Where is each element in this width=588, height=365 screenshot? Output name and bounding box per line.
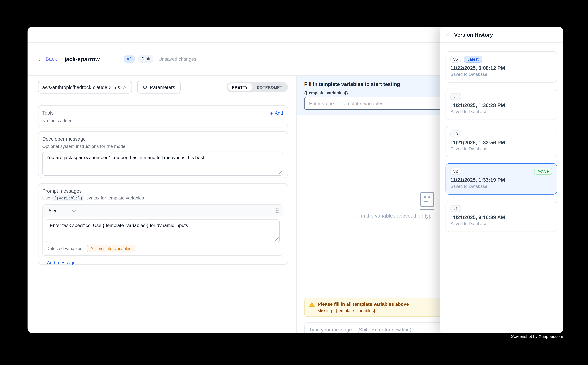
bot-face-icon [418, 191, 436, 213]
version-date: 11/21/2025, 9:16:39 AM [450, 215, 552, 220]
prompt-editor-pane: aws/anthropic/bedrock-claude-3-5-s... ⚙ … [28, 76, 297, 333]
template-syntax-hint: Use {{variable}} syntax for template var… [42, 195, 283, 201]
pencil-icon: ✎ [91, 246, 94, 251]
message-block: User Enter task specifics. Use {{templat… [42, 204, 283, 256]
version-card-v4[interactable]: v4 11/21/2025, 1:36:28 PM Saved to Datab… [446, 89, 557, 120]
version-date: 11/21/2025, 1:33:19 PM [450, 177, 552, 183]
version-date: 11/22/2025, 6:08:12 PM [450, 65, 552, 71]
message-role-header: User [43, 205, 283, 217]
version-number-badge: v3 [450, 131, 461, 137]
version-status: Saved to Database [450, 184, 552, 189]
screenshot-stage: ← Back jack-sparrow v2 Draft Unsaved cha… [0, 0, 588, 365]
version-history-panel: ✕ Version History v5 Latest 11/22/2025, … [440, 27, 563, 333]
model-row: aws/anthropic/bedrock-claude-3-5-s... ⚙ … [38, 81, 288, 94]
version-number-badge: v2 [450, 168, 461, 175]
version-card-v5[interactable]: v5 Latest 11/22/2025, 6:08:12 PM Saved t… [446, 51, 557, 83]
user-message-textarea[interactable]: Enter task specifics. Use {{template_var… [46, 219, 280, 242]
empty-state-hint: Fill in the variables above, then typ [353, 213, 431, 219]
add-message-button[interactable]: + Add message [42, 260, 283, 265]
latest-badge: Latest [464, 56, 482, 63]
version-number-badge: v5 [450, 56, 461, 63]
add-tool-label: Add [275, 110, 283, 116]
version-date: 11/21/2025, 1:36:28 PM [450, 103, 552, 108]
add-message-label: Add message [47, 260, 76, 265]
prompt-messages-title: Prompt messages [42, 188, 283, 194]
watermark-label: Screenshot by Xnapper.com [511, 334, 563, 339]
version-history-title: Version History [454, 32, 493, 38]
hint-suffix: syntax for template variables [86, 195, 144, 201]
tools-empty-text: No tools added [42, 118, 283, 123]
draft-badge: Draft [138, 56, 153, 63]
add-tool-button[interactable]: + Add [270, 110, 283, 116]
active-badge: Active [534, 168, 552, 175]
version-badge: v2 [124, 56, 135, 63]
version-list: v5 Latest 11/22/2025, 6:08:12 PM Saved t… [440, 43, 563, 232]
version-date: 11/21/2025, 1:33:56 PM [450, 140, 552, 146]
version-status: Saved to Database [450, 147, 552, 151]
version-number-badge: v1 [450, 205, 461, 212]
detected-variable-name: template_variables [96, 246, 131, 251]
developer-message-card: Developer message Optional system instru… [38, 131, 288, 178]
back-button[interactable]: ← Back [38, 56, 57, 62]
version-status: Saved to Database [450, 221, 552, 226]
model-select-value: aws/anthropic/bedrock-claude-3-5-s... [42, 84, 125, 90]
prompt-messages-card: Prompt messages Use {{variable}} syntax … [38, 183, 288, 265]
page-title: jack-sparrow [64, 56, 100, 62]
chevron-down-icon[interactable] [72, 208, 76, 212]
plus-icon: + [270, 110, 273, 116]
warning-triangle-icon [309, 302, 315, 307]
hint-prefix: Use [42, 195, 50, 201]
parameters-button[interactable]: ⚙ Parameters [137, 81, 180, 94]
chevron-down-icon [124, 84, 128, 89]
back-arrow-icon: ← [38, 56, 43, 62]
toggle-dotprompt[interactable]: DOTPROMPT [252, 83, 287, 91]
version-history-header: ✕ Version History [440, 27, 563, 42]
detected-variables-row: Detected variables: ✎ template_variables [46, 245, 280, 252]
detected-variables-label: Detected variables: [46, 246, 83, 251]
version-status: Saved to Database [450, 109, 552, 114]
version-card-v2-active[interactable]: v2 Active 11/21/2025, 1:33:19 PM Saved t… [446, 163, 557, 195]
toggle-pretty[interactable]: PRETTY [228, 83, 252, 91]
drag-handle-icon[interactable] [275, 208, 279, 213]
unsaved-changes-label: Unsaved changes [159, 56, 196, 62]
view-mode-toggle: PRETTY DOTPROMPT [226, 82, 288, 92]
tools-card: Tools + Add No tools added [38, 105, 288, 127]
version-card-v3[interactable]: v3 11/21/2025, 1:33:56 PM Saved to Datab… [446, 126, 557, 157]
version-card-v1[interactable]: v1 11/21/2025, 9:16:39 AM Saved to Datab… [446, 201, 557, 232]
warning-title: Please fill in all template variables ab… [318, 302, 409, 307]
variable-code-chip: {{variable}} [52, 195, 84, 201]
role-select-value[interactable]: User [46, 208, 57, 213]
tools-title: Tools [42, 110, 54, 116]
resize-handle-icon[interactable] [275, 237, 278, 240]
model-select[interactable]: aws/anthropic/bedrock-claude-3-5-s... [38, 81, 132, 94]
developer-message-textarea[interactable]: You are jack sparrow number 1, respond a… [42, 152, 283, 176]
plus-icon: + [42, 260, 45, 265]
version-status: Saved to Database [450, 72, 552, 77]
developer-message-title: Developer message [42, 136, 283, 142]
version-number-badge: v4 [450, 93, 461, 100]
back-label: Back [46, 56, 57, 62]
close-icon[interactable]: ✕ [446, 32, 450, 37]
resize-handle-icon[interactable] [278, 171, 282, 174]
parameters-label: Parameters [150, 84, 175, 90]
detected-variable-chip[interactable]: ✎ template_variables [87, 245, 135, 252]
developer-message-subtitle: Optional system instructions for the mod… [42, 144, 283, 149]
gear-icon: ⚙ [142, 84, 147, 90]
